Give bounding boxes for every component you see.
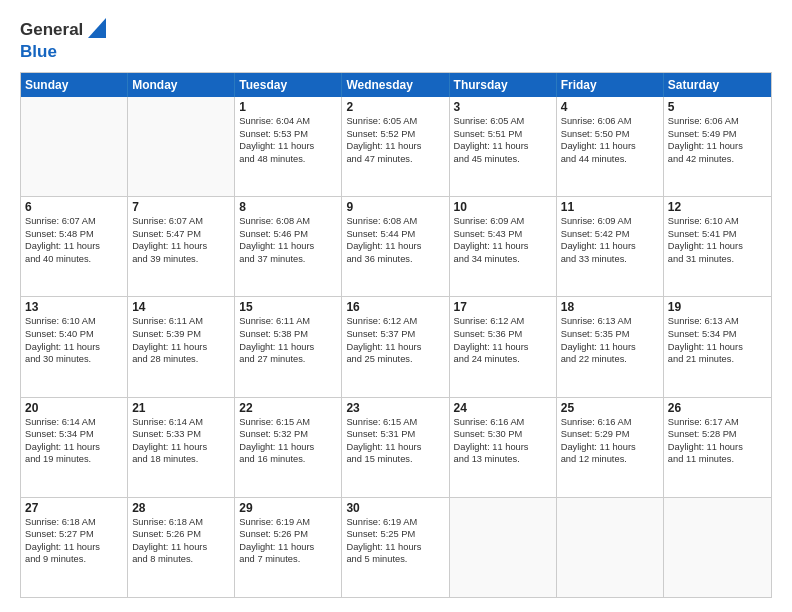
cell-info-line: Sunset: 5:30 PM <box>454 428 552 441</box>
calendar-cell: 2Sunrise: 6:05 AMSunset: 5:52 PMDaylight… <box>342 97 449 196</box>
day-number: 25 <box>561 401 659 415</box>
cell-info-line: Sunset: 5:31 PM <box>346 428 444 441</box>
cell-info-line: Sunrise: 6:17 AM <box>668 416 767 429</box>
cell-info-line: and 33 minutes. <box>561 253 659 266</box>
cell-info-line: and 8 minutes. <box>132 553 230 566</box>
cell-info-line: Daylight: 11 hours <box>239 541 337 554</box>
calendar-cell: 9Sunrise: 6:08 AMSunset: 5:44 PMDaylight… <box>342 197 449 296</box>
day-number: 26 <box>668 401 767 415</box>
calendar-cell: 6Sunrise: 6:07 AMSunset: 5:48 PMDaylight… <box>21 197 128 296</box>
cell-info-line: Sunrise: 6:08 AM <box>346 215 444 228</box>
calendar-cell: 8Sunrise: 6:08 AMSunset: 5:46 PMDaylight… <box>235 197 342 296</box>
calendar-body: 1Sunrise: 6:04 AMSunset: 5:53 PMDaylight… <box>21 97 771 597</box>
day-number: 7 <box>132 200 230 214</box>
cell-info-line: Daylight: 11 hours <box>454 441 552 454</box>
day-number: 18 <box>561 300 659 314</box>
calendar-cell <box>664 498 771 597</box>
cell-info-line: Sunrise: 6:19 AM <box>346 516 444 529</box>
cell-info-line: Sunrise: 6:04 AM <box>239 115 337 128</box>
cell-info-line: Daylight: 11 hours <box>239 240 337 253</box>
cell-info-line: and 11 minutes. <box>668 453 767 466</box>
cell-info-line: and 37 minutes. <box>239 253 337 266</box>
cell-info-line: Sunset: 5:32 PM <box>239 428 337 441</box>
calendar-cell: 5Sunrise: 6:06 AMSunset: 5:49 PMDaylight… <box>664 97 771 196</box>
day-number: 4 <box>561 100 659 114</box>
calendar-cell: 4Sunrise: 6:06 AMSunset: 5:50 PMDaylight… <box>557 97 664 196</box>
calendar-cell: 14Sunrise: 6:11 AMSunset: 5:39 PMDayligh… <box>128 297 235 396</box>
header-cell-saturday: Saturday <box>664 73 771 97</box>
cell-info-line: Sunrise: 6:16 AM <box>561 416 659 429</box>
day-number: 9 <box>346 200 444 214</box>
cell-info-line: Sunrise: 6:07 AM <box>132 215 230 228</box>
cell-info-line: Sunrise: 6:05 AM <box>454 115 552 128</box>
calendar-cell: 7Sunrise: 6:07 AMSunset: 5:47 PMDaylight… <box>128 197 235 296</box>
day-number: 13 <box>25 300 123 314</box>
day-number: 23 <box>346 401 444 415</box>
calendar-cell <box>557 498 664 597</box>
cell-info-line: Sunset: 5:36 PM <box>454 328 552 341</box>
cell-info-line: Daylight: 11 hours <box>561 140 659 153</box>
logo-triangle-icon <box>88 18 106 42</box>
day-number: 3 <box>454 100 552 114</box>
cell-info-line: and 16 minutes. <box>239 453 337 466</box>
cell-info-line: and 42 minutes. <box>668 153 767 166</box>
cell-info-line: Sunrise: 6:06 AM <box>668 115 767 128</box>
calendar-cell: 12Sunrise: 6:10 AMSunset: 5:41 PMDayligh… <box>664 197 771 296</box>
cell-info-line: Sunset: 5:39 PM <box>132 328 230 341</box>
cell-info-line: and 27 minutes. <box>239 353 337 366</box>
cell-info-line: and 28 minutes. <box>132 353 230 366</box>
cell-info-line: Sunrise: 6:15 AM <box>239 416 337 429</box>
day-number: 2 <box>346 100 444 114</box>
svg-marker-0 <box>88 18 106 38</box>
calendar-cell: 3Sunrise: 6:05 AMSunset: 5:51 PMDaylight… <box>450 97 557 196</box>
cell-info-line: Sunset: 5:29 PM <box>561 428 659 441</box>
day-number: 8 <box>239 200 337 214</box>
day-number: 1 <box>239 100 337 114</box>
calendar-cell: 22Sunrise: 6:15 AMSunset: 5:32 PMDayligh… <box>235 398 342 497</box>
calendar-cell: 19Sunrise: 6:13 AMSunset: 5:34 PMDayligh… <box>664 297 771 396</box>
cell-info-line: Sunset: 5:50 PM <box>561 128 659 141</box>
cell-info-line: Daylight: 11 hours <box>239 341 337 354</box>
calendar-cell: 11Sunrise: 6:09 AMSunset: 5:42 PMDayligh… <box>557 197 664 296</box>
cell-info-line: Sunrise: 6:13 AM <box>561 315 659 328</box>
calendar-header: SundayMondayTuesdayWednesdayThursdayFrid… <box>21 73 771 97</box>
cell-info-line: Daylight: 11 hours <box>25 441 123 454</box>
calendar-cell: 16Sunrise: 6:12 AMSunset: 5:37 PMDayligh… <box>342 297 449 396</box>
calendar-cell: 17Sunrise: 6:12 AMSunset: 5:36 PMDayligh… <box>450 297 557 396</box>
cell-info-line: Daylight: 11 hours <box>561 240 659 253</box>
day-number: 20 <box>25 401 123 415</box>
cell-info-line: Sunrise: 6:09 AM <box>454 215 552 228</box>
calendar-row-1: 1Sunrise: 6:04 AMSunset: 5:53 PMDaylight… <box>21 97 771 196</box>
day-number: 17 <box>454 300 552 314</box>
cell-info-line: Sunset: 5:42 PM <box>561 228 659 241</box>
cell-info-line: Sunset: 5:40 PM <box>25 328 123 341</box>
header-cell-thursday: Thursday <box>450 73 557 97</box>
cell-info-line: Daylight: 11 hours <box>454 140 552 153</box>
cell-info-line: Sunrise: 6:08 AM <box>239 215 337 228</box>
header-cell-sunday: Sunday <box>21 73 128 97</box>
cell-info-line: and 30 minutes. <box>25 353 123 366</box>
cell-info-line: Daylight: 11 hours <box>346 140 444 153</box>
cell-info-line: Daylight: 11 hours <box>132 541 230 554</box>
cell-info-line: Daylight: 11 hours <box>561 341 659 354</box>
day-number: 11 <box>561 200 659 214</box>
day-number: 10 <box>454 200 552 214</box>
cell-info-line: and 21 minutes. <box>668 353 767 366</box>
cell-info-line: Sunset: 5:27 PM <box>25 528 123 541</box>
cell-info-line: Sunset: 5:49 PM <box>668 128 767 141</box>
day-number: 27 <box>25 501 123 515</box>
cell-info-line: Sunrise: 6:11 AM <box>239 315 337 328</box>
cell-info-line: and 47 minutes. <box>346 153 444 166</box>
day-number: 22 <box>239 401 337 415</box>
header-cell-tuesday: Tuesday <box>235 73 342 97</box>
calendar-cell: 25Sunrise: 6:16 AMSunset: 5:29 PMDayligh… <box>557 398 664 497</box>
cell-info-line: and 31 minutes. <box>668 253 767 266</box>
calendar: SundayMondayTuesdayWednesdayThursdayFrid… <box>20 72 772 598</box>
calendar-cell: 15Sunrise: 6:11 AMSunset: 5:38 PMDayligh… <box>235 297 342 396</box>
calendar-cell <box>21 97 128 196</box>
day-number: 28 <box>132 501 230 515</box>
calendar-cell: 30Sunrise: 6:19 AMSunset: 5:25 PMDayligh… <box>342 498 449 597</box>
calendar-cell: 1Sunrise: 6:04 AMSunset: 5:53 PMDaylight… <box>235 97 342 196</box>
cell-info-line: Daylight: 11 hours <box>454 240 552 253</box>
cell-info-line: and 15 minutes. <box>346 453 444 466</box>
